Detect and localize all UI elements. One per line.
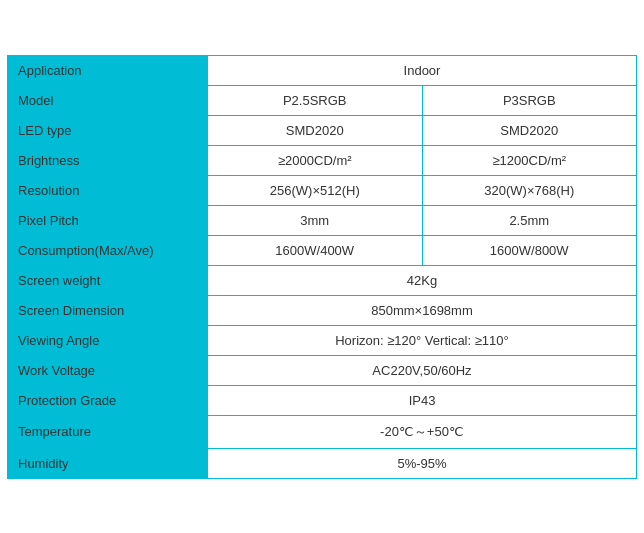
table-row: ApplicationIndoor bbox=[8, 55, 637, 85]
row-label: Screen weight bbox=[8, 265, 208, 295]
row-value: 5%-95% bbox=[208, 448, 637, 478]
table-row: Humidity5%-95% bbox=[8, 448, 637, 478]
row-label: Application bbox=[8, 55, 208, 85]
row-value: 42Kg bbox=[208, 265, 637, 295]
row-label: Model bbox=[8, 85, 208, 115]
row-value: Indoor bbox=[208, 55, 637, 85]
row-label: Work Voltage bbox=[8, 355, 208, 385]
table-row: ModelP2.5SRGBP3SRGB bbox=[8, 85, 637, 115]
row-label: Brightness bbox=[8, 145, 208, 175]
row-value: -20℃～+50℃ bbox=[208, 415, 637, 448]
row-label: Viewing Angle bbox=[8, 325, 208, 355]
row-label: Consumption(Max/Ave) bbox=[8, 235, 208, 265]
row-value-1: 320(W)×768(H) bbox=[422, 175, 637, 205]
row-value-1: P3SRGB bbox=[422, 85, 637, 115]
table-row: Consumption(Max/Ave)1600W/400W1600W/800W bbox=[8, 235, 637, 265]
row-label: Resolution bbox=[8, 175, 208, 205]
table-row: LED typeSMD2020SMD2020 bbox=[8, 115, 637, 145]
row-value: IP43 bbox=[208, 385, 637, 415]
row-value-1: ≥1200CD/m² bbox=[422, 145, 637, 175]
row-label: Pixel Pitch bbox=[8, 205, 208, 235]
row-value-0: ≥2000CD/m² bbox=[208, 145, 423, 175]
row-value-1: 2.5mm bbox=[422, 205, 637, 235]
row-value-1: SMD2020 bbox=[422, 115, 637, 145]
table-row: Resolution256(W)×512(H)320(W)×768(H) bbox=[8, 175, 637, 205]
row-value-1: 1600W/800W bbox=[422, 235, 637, 265]
row-value-0: P2.5SRGB bbox=[208, 85, 423, 115]
row-value: AC220V,50/60Hz bbox=[208, 355, 637, 385]
row-value: Horizon: ≥120° Vertical: ≥110° bbox=[208, 325, 637, 355]
row-label: LED type bbox=[8, 115, 208, 145]
row-label: Protection Grade bbox=[8, 385, 208, 415]
spec-table: ApplicationIndoorModelP2.5SRGBP3SRGBLED … bbox=[7, 55, 637, 479]
row-value-0: 3mm bbox=[208, 205, 423, 235]
row-label: Humidity bbox=[8, 448, 208, 478]
row-value-0: 256(W)×512(H) bbox=[208, 175, 423, 205]
table-row: Pixel Pitch3mm2.5mm bbox=[8, 205, 637, 235]
table-row: Screen Dimension850mm×1698mm bbox=[8, 295, 637, 325]
row-label: Temperature bbox=[8, 415, 208, 448]
table-row: Viewing AngleHorizon: ≥120° Vertical: ≥1… bbox=[8, 325, 637, 355]
table-row: Brightness≥2000CD/m²≥1200CD/m² bbox=[8, 145, 637, 175]
row-value-0: 1600W/400W bbox=[208, 235, 423, 265]
row-value-0: SMD2020 bbox=[208, 115, 423, 145]
row-label: Screen Dimension bbox=[8, 295, 208, 325]
row-value: 850mm×1698mm bbox=[208, 295, 637, 325]
table-row: Protection GradeIP43 bbox=[8, 385, 637, 415]
table-row: Screen weight42Kg bbox=[8, 265, 637, 295]
spec-table-wrapper: ApplicationIndoorModelP2.5SRGBP3SRGBLED … bbox=[7, 55, 637, 479]
table-row: Temperature-20℃～+50℃ bbox=[8, 415, 637, 448]
table-row: Work VoltageAC220V,50/60Hz bbox=[8, 355, 637, 385]
